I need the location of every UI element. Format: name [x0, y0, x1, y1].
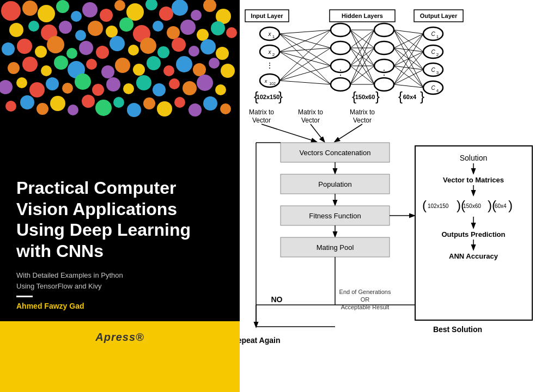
cover-text-block: Practical Computer Vision Applications U… — [0, 177, 240, 321]
svg-text:Acceptable Result: Acceptable Result — [341, 304, 390, 310]
diagram-svg: Input Layer Hidden Layers Output Layer x… — [240, 0, 535, 392]
svg-text:2: 2 — [436, 52, 439, 57]
svg-text:Best Solution: Best Solution — [433, 325, 482, 334]
svg-text:Input Layer: Input Layer — [251, 13, 283, 19]
svg-text:Vector to Matrices: Vector to Matrices — [443, 176, 504, 184]
svg-text:}: } — [375, 89, 380, 103]
svg-point-21 — [374, 23, 394, 36]
svg-text:Fitness Function: Fitness Function — [309, 212, 361, 220]
svg-text:C: C — [431, 31, 435, 37]
svg-text:⋮: ⋮ — [266, 61, 273, 70]
svg-text:C: C — [431, 49, 435, 55]
svg-line-81 — [394, 84, 423, 88]
cover-divider — [16, 296, 33, 297]
svg-text:(: ( — [422, 198, 427, 212]
svg-text:Matrix to: Matrix to — [350, 108, 375, 116]
svg-text:102x150: 102x150 — [257, 94, 280, 100]
svg-text:102x150: 102x150 — [428, 203, 449, 209]
svg-text:C: C — [431, 85, 435, 91]
svg-point-16 — [331, 23, 350, 36]
svg-text:⋮: ⋮ — [380, 68, 388, 77]
svg-text:2: 2 — [272, 52, 275, 57]
svg-text:Vectors Concatenation: Vectors Concatenation — [300, 149, 371, 157]
book-subtitle: With Detailed Examples in Python Using T… — [16, 270, 223, 291]
svg-point-20 — [331, 78, 350, 91]
svg-text:Output Layer: Output Layer — [420, 13, 458, 19]
svg-text:Outputs Prediction: Outputs Prediction — [442, 230, 506, 238]
svg-line-49 — [279, 81, 331, 84]
svg-line-98 — [311, 124, 324, 142]
svg-text:Mating Pool: Mating Pool — [317, 243, 354, 252]
svg-point-22 — [374, 41, 394, 54]
svg-text:Population: Population — [318, 180, 351, 188]
svg-text:x: x — [268, 49, 272, 55]
svg-text:60x4: 60x4 — [403, 94, 417, 100]
svg-text:Vector: Vector — [301, 117, 320, 124]
svg-line-44 — [279, 52, 331, 66]
svg-text:ANN Accuracy: ANN Accuracy — [449, 252, 498, 260]
svg-text:NO: NO — [271, 295, 283, 304]
svg-text:C: C — [431, 67, 435, 73]
book-cover: Practical Computer Vision Applications U… — [0, 0, 240, 392]
svg-text:150x60: 150x60 — [355, 94, 375, 100]
svg-line-97 — [262, 124, 316, 142]
svg-text:60x4: 60x4 — [495, 203, 507, 209]
svg-text:OR: OR — [361, 296, 370, 303]
svg-text:1: 1 — [272, 34, 275, 39]
svg-text:102: 102 — [269, 82, 276, 85]
svg-text:150x60: 150x60 — [463, 203, 481, 209]
svg-text:Repeat Again: Repeat Again — [240, 336, 280, 345]
diagram-panel: Input Layer Hidden Layers Output Layer x… — [240, 0, 535, 392]
svg-text:Vector: Vector — [353, 117, 372, 124]
svg-text:Matrix to: Matrix to — [298, 108, 323, 116]
book-title: Practical Computer Vision Applications U… — [16, 177, 223, 261]
svg-text:x: x — [264, 78, 268, 84]
svg-text:Matrix to: Matrix to — [249, 108, 274, 116]
publisher-logo: Apress® — [95, 331, 144, 344]
svg-text:x: x — [268, 31, 272, 37]
svg-text:End of Generations: End of Generations — [339, 289, 391, 295]
book-author: Ahmed Fawzy Gad — [16, 302, 223, 310]
svg-text:Hidden Layers: Hidden Layers — [342, 13, 383, 19]
yellow-bar: Apress® — [0, 321, 240, 392]
svg-text:3: 3 — [436, 70, 439, 75]
svg-text:4: 4 — [436, 88, 439, 93]
svg-point-17 — [331, 41, 350, 54]
svg-line-47 — [279, 48, 331, 81]
svg-text:{: { — [398, 89, 403, 103]
svg-text:Solution: Solution — [460, 154, 488, 162]
svg-text:): ) — [508, 198, 513, 212]
svg-text:Vector: Vector — [252, 117, 271, 124]
svg-text:}: } — [420, 89, 424, 103]
svg-text:1: 1 — [436, 34, 439, 39]
svg-text:⋮: ⋮ — [337, 68, 344, 77]
svg-line-99 — [335, 124, 362, 142]
